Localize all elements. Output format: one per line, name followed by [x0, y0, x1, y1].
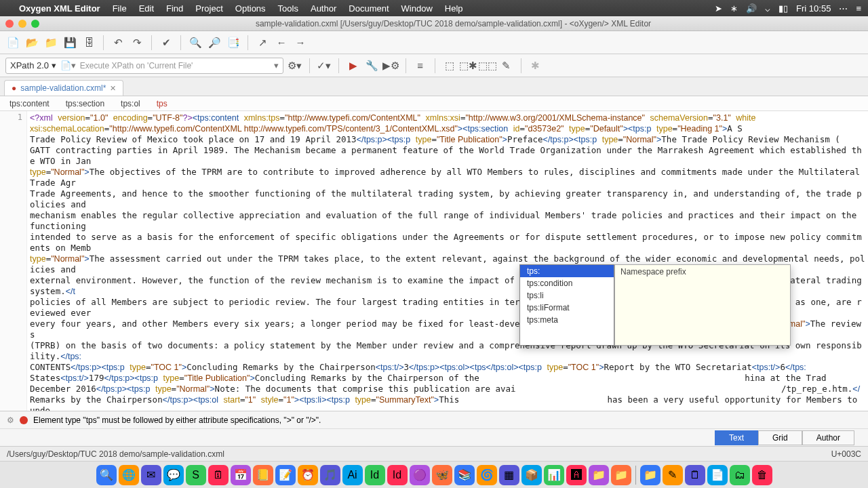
transform-config-icon[interactable]: 🔧 — [365, 58, 380, 73]
find-icon[interactable]: 🔍 — [188, 35, 203, 50]
dock-app-icon[interactable]: 📅 — [231, 465, 251, 485]
autocomplete-item[interactable]: tps:condition — [520, 277, 614, 289]
view-mode-text[interactable]: Text — [715, 430, 758, 445]
code-content[interactable]: <?xml version="1.0" encoding="UTF-8"?><t… — [27, 111, 868, 411]
menu-document[interactable]: Document — [349, 3, 389, 14]
save-all-icon[interactable]: 🗄 — [81, 35, 96, 50]
surround-icon[interactable]: ⬚✱ — [461, 58, 476, 73]
xpath-version-selector[interactable]: XPath 2.0 ▾ — [10, 60, 56, 70]
debug-icon[interactable]: ▶⚙ — [384, 58, 399, 73]
dock-app-icon[interactable]: 🦋 — [432, 465, 452, 485]
save-icon[interactable]: 💾 — [62, 35, 77, 50]
autocomplete-item[interactable]: tps: — [520, 265, 614, 277]
volume-icon[interactable]: 🔊 — [746, 3, 757, 14]
menu-tools[interactable]: Tools — [278, 3, 298, 14]
location-icon[interactable]: ➤ — [715, 3, 722, 14]
dock-app-icon[interactable]: Id — [365, 465, 385, 485]
breadcrumb-item[interactable]: tps:ol — [121, 99, 140, 108]
dock-app-icon[interactable]: 🟣 — [410, 465, 430, 485]
validate-icon[interactable]: ✓▾ — [317, 58, 332, 73]
bluetooth-icon[interactable]: ∗ — [730, 3, 738, 14]
dock-app-icon[interactable]: Id — [387, 465, 408, 485]
dock-app-icon[interactable]: 🗒 — [685, 465, 705, 485]
window-close-button[interactable] — [5, 20, 14, 28]
autocomplete-item[interactable]: tps:meta — [520, 314, 614, 326]
breadcrumb-item[interactable]: tps — [157, 99, 167, 108]
dock-app-icon[interactable]: 🌀 — [477, 465, 497, 485]
xpath-scope-icon[interactable]: 📄▾ — [60, 60, 76, 70]
menu-edit[interactable]: Edit — [139, 3, 154, 14]
format-indent-icon[interactable]: ≡ — [413, 58, 428, 73]
dock-app-icon[interactable]: 💬 — [163, 465, 184, 485]
notifications-icon[interactable]: ≡ — [856, 3, 861, 14]
open-url-icon[interactable]: 📁 — [43, 35, 58, 50]
dock-app-icon[interactable]: 📚 — [454, 465, 475, 485]
dock-app-icon[interactable]: 📁 — [611, 465, 631, 485]
gear-icon[interactable]: ⚙ — [7, 415, 14, 425]
dock-app-icon[interactable]: 📁 — [589, 465, 609, 485]
clear-icon[interactable]: ✱ — [528, 58, 543, 73]
dock-app-icon[interactable]: 🗂 — [730, 465, 750, 485]
find-replace-icon[interactable]: 🔎 — [207, 35, 222, 50]
external-tool-icon[interactable]: ↗ — [255, 35, 270, 50]
battery-icon[interactable]: ▮▯ — [778, 3, 788, 14]
back-icon[interactable]: ← — [274, 35, 289, 50]
new-file-icon[interactable]: 📄 — [5, 35, 20, 50]
dock-app-icon[interactable]: 🔍 — [96, 465, 117, 485]
dock-app-icon[interactable]: ⏰ — [298, 465, 318, 485]
transform-run-icon[interactable]: ▶ — [346, 58, 361, 73]
menu-find[interactable]: Find — [166, 3, 183, 14]
code-editor[interactable]: 1 <?xml version="1.0" encoding="UTF-8"?>… — [0, 111, 868, 411]
forward-icon[interactable]: → — [293, 35, 308, 50]
breadcrumb-item[interactable]: tps:section — [66, 99, 104, 108]
dock-app-icon[interactable]: Ai — [342, 465, 363, 485]
wifi-icon[interactable]: ⌵ — [765, 3, 770, 14]
xpath-settings-icon[interactable]: ⚙▾ — [288, 58, 302, 73]
error-indicator-icon[interactable] — [20, 416, 28, 424]
dock-app-icon[interactable]: ✉︎ — [141, 465, 161, 485]
split-icon[interactable]: ⬚⬚ — [480, 58, 495, 73]
autocomplete-item[interactable]: tps:liFormat — [520, 302, 614, 314]
menu-author[interactable]: Author — [311, 3, 336, 14]
menu-help[interactable]: Help — [445, 3, 463, 14]
dock-app-icon[interactable]: 🅰︎ — [566, 465, 587, 485]
dock-app-icon[interactable]: 🎵 — [320, 465, 340, 485]
open-file-icon[interactable]: 📂 — [24, 35, 39, 50]
clock[interactable]: Fri 10:55 — [796, 3, 831, 14]
dock-app-icon[interactable]: ✎ — [663, 465, 683, 485]
dock-app-icon[interactable]: 🗑 — [752, 465, 772, 485]
window-maximize-button[interactable] — [31, 20, 39, 28]
dock-app-icon[interactable]: 📦 — [521, 465, 542, 485]
spotlight-icon[interactable]: ⋯ — [839, 3, 848, 14]
dock-app-icon[interactable]: 📒 — [253, 465, 273, 485]
view-mode-grid[interactable]: Grid — [758, 430, 802, 445]
insert-element-icon[interactable]: ⬚ — [442, 58, 457, 73]
menu-project[interactable]: Project — [195, 3, 222, 14]
app-name[interactable]: Oxygen XML Editor — [19, 3, 100, 14]
dock-app-icon[interactable]: 📝 — [275, 465, 296, 485]
menu-file[interactable]: File — [113, 3, 127, 14]
dropdown-icon[interactable]: ▾ — [274, 60, 279, 70]
dock-app-icon[interactable]: 🗓 — [208, 465, 229, 485]
redo-icon[interactable]: ↷ — [130, 35, 144, 50]
dock-app-icon[interactable]: 📄 — [707, 465, 728, 485]
dock-app-icon[interactable]: ▦ — [499, 465, 519, 485]
xpath-input[interactable]: Execute XPath on 'Current File' — [80, 61, 270, 70]
dock-app-icon[interactable]: S — [186, 465, 206, 485]
menu-options[interactable]: Options — [235, 3, 266, 14]
autocomplete-list[interactable]: tps:tps:conditiontps:litps:liFormattps:m… — [519, 264, 614, 346]
document-tab[interactable]: ● sample-validation.cxml* ✕ — [4, 80, 123, 96]
spellcheck-icon[interactable]: ✔ — [159, 35, 174, 50]
view-mode-author[interactable]: Author — [802, 430, 854, 445]
dock-app-icon[interactable]: 📁 — [640, 465, 660, 485]
window-minimize-button[interactable] — [18, 20, 26, 28]
find-all-icon[interactable]: 📑 — [226, 35, 241, 50]
tab-close-icon[interactable]: ✕ — [110, 84, 116, 93]
rename-icon[interactable]: ✎ — [499, 58, 514, 73]
breadcrumb-item[interactable]: tps:content — [9, 99, 50, 108]
undo-icon[interactable]: ↶ — [111, 35, 125, 50]
dock-app-icon[interactable]: 🌐 — [119, 465, 139, 485]
dock-app-icon[interactable]: 📊 — [544, 465, 564, 485]
autocomplete-item[interactable]: tps:li — [520, 289, 614, 302]
menu-window[interactable]: Window — [401, 3, 433, 14]
